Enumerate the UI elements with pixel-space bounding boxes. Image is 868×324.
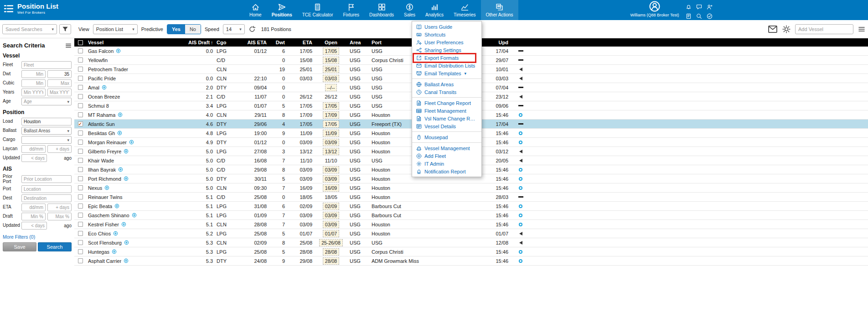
search-icon[interactable]: [696, 13, 702, 19]
more-filters-link[interactable]: More Filters (0): [3, 234, 35, 240]
filter-button[interactable]: [59, 24, 71, 34]
row-checkbox[interactable]: [78, 57, 83, 63]
row-checkbox[interactable]: [78, 249, 83, 254]
menu-item-mousepad[interactable]: Mousepad: [412, 133, 481, 141]
dwt-input[interactable]: [21, 70, 46, 78]
ballast-select[interactable]: Ballast Areas▾: [21, 127, 72, 135]
refresh-icon[interactable]: [248, 26, 256, 33]
updated-input[interactable]: [21, 222, 47, 230]
nav-positions[interactable]: Positions: [267, 0, 297, 20]
ais-position-icon[interactable]: [129, 140, 134, 145]
save-button[interactable]: Save: [3, 242, 36, 251]
open-date[interactable]: 25-26/08: [319, 239, 342, 246]
updated-input[interactable]: [21, 154, 47, 162]
menu-item-ballast-areas[interactable]: Ballast Areas: [412, 80, 481, 88]
col-header-eta[interactable]: ETA: [287, 40, 314, 45]
open-date[interactable]: 01/07: [323, 230, 339, 237]
open-date[interactable]: 03/09: [323, 212, 339, 219]
open-date[interactable]: 15/08: [323, 57, 339, 64]
vessel-name[interactable]: Ocean Breeze: [88, 94, 120, 99]
years-input[interactable]: [47, 89, 72, 96]
menu-item-email-templates[interactable]: Email Templates▾: [412, 69, 481, 77]
col-header-upd[interactable]: Upd: [485, 40, 510, 45]
open-date[interactable]: 03/09: [323, 139, 339, 146]
cubic-input[interactable]: [21, 79, 46, 87]
menu-item-shortcuts[interactable]: Shortcuts: [412, 31, 481, 38]
col-header-area[interactable]: Area: [348, 40, 370, 45]
vessel-name[interactable]: Gaschem Shinano: [88, 213, 129, 218]
row-checkbox[interactable]: [78, 176, 83, 181]
search-button[interactable]: Search: [38, 242, 72, 251]
menu-item-users-guide[interactable]: Users Guide: [412, 23, 481, 31]
menu-item-add-fleet[interactable]: Add Fleet: [412, 152, 481, 160]
years-input[interactable]: [21, 89, 46, 96]
vessel-name[interactable]: Huntegas: [88, 249, 109, 255]
table-row[interactable]: Scot Flensburg5.3CLN02/09825/0825-26/08U…: [74, 238, 868, 247]
nav-other-actions[interactable]: Other Actions: [481, 0, 518, 20]
cargo-select[interactable]: ▾: [21, 136, 72, 144]
ais-position-icon[interactable]: [113, 231, 118, 236]
ais-position-icon[interactable]: [124, 149, 129, 154]
menu-item-email-distribution-lists[interactable]: Email Distribution Lists: [412, 62, 481, 69]
row-checkbox[interactable]: [78, 167, 83, 172]
open-date[interactable]: 03/09: [323, 166, 339, 173]
col-header-sel[interactable]: [74, 40, 86, 45]
row-checkbox[interactable]: [78, 231, 83, 236]
row-checkbox[interactable]: [78, 94, 83, 99]
check-circle-icon[interactable]: [707, 13, 713, 19]
open-date[interactable]: 17/05: [323, 102, 339, 110]
menu-item-it-admin[interactable]: IT Admin: [412, 160, 481, 167]
vessel-name[interactable]: Reinauer Twins: [88, 194, 123, 200]
row-checkbox[interactable]: [78, 258, 83, 263]
ais-position-icon[interactable]: [104, 185, 109, 190]
menu-item-canal-transits[interactable]: Canal Transits: [412, 88, 481, 96]
vessel-name[interactable]: Kestrel Fisher: [88, 222, 119, 227]
chat-icon[interactable]: [696, 4, 702, 10]
eta-input[interactable]: [21, 204, 46, 211]
nav-analytics[interactable]: Analytics: [420, 0, 449, 20]
col-header-cgo[interactable]: Cgo: [215, 40, 236, 45]
vessel-name[interactable]: Petrochem Trader: [88, 67, 128, 72]
open-date[interactable]: 17/05: [323, 47, 339, 55]
row-checkbox[interactable]: [78, 149, 83, 154]
open-date[interactable]: 03/09: [323, 221, 339, 228]
row-checkbox[interactable]: [78, 85, 83, 90]
speed-select[interactable]: 14 ▾: [223, 24, 245, 34]
table-row[interactable]: Reinauer Twins5.1C/D25/08018/0518/05USGH…: [74, 193, 868, 202]
table-row[interactable]: Nexus5.0CLN09:30716/0916/09USGHouston15:…: [74, 183, 868, 193]
table-row[interactable]: Eco Chios5.2LPG25/08501/0701/07USGHousto…: [74, 229, 868, 238]
user-menu[interactable]: Williams (Q88 Broker Test): [629, 1, 680, 20]
open-date[interactable]: 02/09: [323, 203, 339, 210]
vessel-name[interactable]: Besiktas Gh: [88, 131, 115, 136]
row-checkbox[interactable]: [78, 76, 83, 81]
row-checkbox[interactable]: [78, 48, 83, 53]
select-all-checkbox[interactable]: [78, 40, 83, 45]
vessel-name[interactable]: Nexus: [88, 185, 102, 191]
vessel-name[interactable]: Amal: [88, 85, 99, 90]
row-checkbox[interactable]: [78, 194, 83, 199]
table-row[interactable]: Gaschem Shinano5.1LPG01/09703/0903/09USG…: [74, 211, 868, 220]
open-date[interactable]: 03/09: [323, 175, 339, 183]
vessel-name[interactable]: Port Richmond: [88, 176, 121, 182]
fleet-input[interactable]: [21, 61, 72, 69]
ais-position-icon[interactable]: [118, 112, 123, 117]
ais-position-icon[interactable]: [116, 48, 121, 53]
vessel-name[interactable]: Scot Flensburg: [88, 240, 122, 246]
vessel-name[interactable]: Schmui 8: [88, 103, 109, 109]
ais-position-icon[interactable]: [102, 85, 107, 90]
nav-tce-calculator[interactable]: TCE Calculator: [297, 0, 338, 20]
row-checkbox[interactable]: [78, 158, 83, 163]
prior-port-input[interactable]: [21, 175, 72, 183]
vessel-name[interactable]: Yellowfin: [88, 57, 108, 63]
add-vessel-input[interactable]: [795, 24, 853, 34]
table-row[interactable]: Epic Beata5.1LPG31/08602/0902/09USGBarbo…: [74, 202, 868, 211]
vessel-name[interactable]: Epic Beata: [88, 204, 112, 209]
toolbar-menu-icon[interactable]: [858, 26, 865, 33]
ais-position-icon[interactable]: [132, 213, 137, 218]
menu-item-vessel-management[interactable]: Vessel Management: [412, 144, 481, 152]
row-checkbox[interactable]: [78, 185, 83, 190]
nav-sales[interactable]: Sales: [399, 0, 420, 20]
row-checkbox[interactable]: [78, 204, 83, 209]
ais-position-icon[interactable]: [114, 204, 119, 209]
guide-icon[interactable]: [686, 13, 692, 19]
